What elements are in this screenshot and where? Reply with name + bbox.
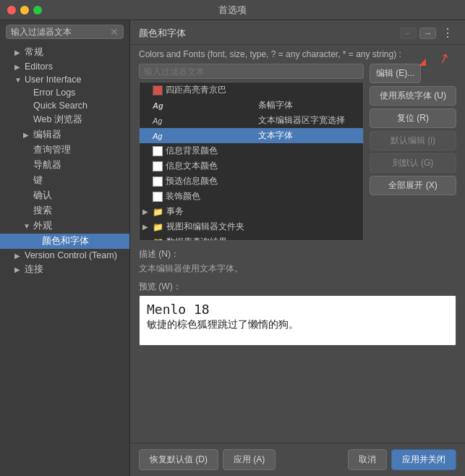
sidebar-item-label: Editors [25, 61, 53, 72]
color-row[interactable]: 预选信息颜色 [140, 174, 363, 189]
color-label: Ag [153, 132, 255, 140]
color-row[interactable]: Ag 文本编辑器区字宽选择 [140, 113, 363, 128]
sidebar-item-label: 外观 [33, 220, 52, 232]
default-edit-button[interactable]: 默认编辑 (i) [370, 131, 456, 150]
folder-icon: 📁 [153, 207, 163, 217]
bottom-right-buttons: 取消 应用并关闭 [348, 449, 456, 470]
sidebar-item-label: Quick Search [33, 101, 88, 111]
color-label: 文本字体 [258, 129, 361, 142]
sidebar-item-editor[interactable]: ▶ 编辑器 [0, 127, 129, 143]
folder-icon: 📁 [153, 222, 163, 232]
sidebar-item-label: 颜色和字体 [42, 235, 89, 247]
edit-button-wrap: 编辑 (E)... ↗ [370, 64, 456, 83]
window-controls[interactable] [7, 6, 42, 14]
colors-filter-input[interactable] [144, 67, 359, 77]
maximize-button[interactable] [33, 6, 42, 14]
expand-all-button[interactable]: 全部展开 (X) [370, 176, 456, 195]
color-label: 文本编辑器区字宽选择 [258, 114, 361, 127]
to-default-button[interactable]: 到默认 (G) [370, 153, 456, 173]
sidebar-item-changui[interactable]: ▶ 常规 [0, 45, 129, 60]
sidebar-item-query-mgmt[interactable]: 查询管理 [0, 143, 129, 158]
chevron-right-icon: ▶ [14, 48, 22, 56]
color-label: 信息背景颜色 [166, 145, 360, 157]
colors-description: Colors and Fonts (font, size, type, ? = … [139, 49, 456, 59]
window-title: 首选项 [218, 4, 247, 17]
sidebar-item-navigator[interactable]: 导航器 [0, 158, 129, 173]
color-label: 四距高亮青京巴 [166, 84, 360, 96]
sidebar-item-label: Version Control (Team) [25, 250, 117, 260]
reset-button[interactable]: 复位 (R) [370, 109, 456, 128]
color-row[interactable]: 装饰颜色 [140, 189, 363, 204]
color-label: 事务 [166, 205, 360, 218]
header-nav: ← → ⋮ [400, 26, 456, 40]
nav-back-button[interactable]: ← [400, 27, 417, 39]
colors-filter-wrap[interactable] [139, 64, 364, 79]
titlebar: 首选项 [0, 0, 465, 20]
color-row[interactable]: ▶ 📁 事务 [140, 204, 363, 219]
content-title: 颜色和字体 [139, 27, 186, 40]
sidebar-item-label: 确认 [33, 190, 52, 202]
color-row-selected[interactable]: Ag 文本字体 [140, 128, 363, 143]
colors-section: Colors and Fonts (font, size, type, ? = … [130, 45, 465, 244]
sidebar: ✕ ▶ 常规 ▶ Editors ▼ User Interface Error … [0, 20, 130, 476]
buttons-panel: 编辑 (E)... ↗ 使用系统字体 (U) 复位 (R) 默认编辑 (i) 到… [370, 64, 456, 241]
sidebar-item-label: Error Logs [33, 88, 75, 98]
sidebar-item-label: 查询管理 [33, 144, 71, 156]
sidebar-item-colors-fonts[interactable]: 颜色和字体 [0, 234, 129, 249]
color-label: Ag [153, 116, 255, 125]
edit-button[interactable]: 编辑 (E)... [370, 64, 421, 83]
preview-section: 预览 (W)： Menlo 18 敏捷的棕色狐狸跳过了懒惰的狗。 [130, 278, 465, 443]
content-header: 颜色和字体 ← → ⋮ [130, 20, 465, 45]
sidebar-item-confirm[interactable]: 确认 [0, 188, 129, 203]
preview-box: Menlo 18 敏捷的棕色狐狸跳过了懒惰的狗。 [139, 295, 456, 346]
apply-button[interactable]: 应用 (A) [223, 449, 276, 470]
color-row[interactable]: 信息文本颜色 [140, 158, 363, 174]
preview-sample-text: 敏捷的棕色狐狸跳过了懒惰的狗。 [147, 318, 448, 331]
color-swatch [153, 177, 163, 187]
color-swatch [153, 85, 163, 95]
nav-forward-button[interactable]: → [419, 27, 436, 39]
sidebar-item-version-control[interactable]: ▶ Version Control (Team) [0, 249, 129, 262]
sidebar-item-appearance[interactable]: ▼ 外观 [0, 218, 129, 234]
color-row[interactable]: 信息背景颜色 [140, 143, 363, 158]
chevron-right-icon: ▶ [142, 208, 150, 216]
color-swatch [153, 161, 163, 171]
sidebar-item-quick-search[interactable]: Quick Search [0, 99, 129, 112]
preview-font-name: Menlo 18 [147, 302, 448, 317]
color-row[interactable]: 四距高亮青京巴 [140, 82, 363, 98]
description-label: 描述 (N)： [139, 248, 456, 260]
color-row[interactable]: ▶ 📁 视图和编辑器文件夹 [140, 219, 363, 234]
use-system-font-button[interactable]: 使用系统字体 (U) [370, 86, 456, 106]
sidebar-item-editors[interactable]: ▶ Editors [0, 60, 129, 73]
sidebar-item-keys[interactable]: 键 [0, 173, 129, 188]
more-options-button[interactable]: ⋮ [439, 26, 456, 40]
description-section: 描述 (N)： 文本编辑器使用文本字体。 [130, 244, 465, 278]
sidebar-item-label: 搜索 [33, 205, 52, 217]
chevron-right-icon: ▶ [14, 252, 22, 260]
close-button[interactable] [7, 6, 16, 14]
sidebar-item-web-browser[interactable]: Web 浏览器 [0, 112, 129, 127]
color-row[interactable]: Ag 条幅字体 [140, 98, 363, 113]
sidebar-filter-clear-icon[interactable]: ✕ [110, 27, 119, 37]
restore-default-button[interactable]: 恢复默认值 (D) [139, 449, 218, 470]
folder-icon: 📁 [153, 237, 163, 242]
color-row[interactable]: ▶ 📁 数据库查询结果 [140, 234, 363, 241]
sidebar-item-error-logs[interactable]: Error Logs [0, 86, 129, 99]
chevron-down-icon: ▼ [23, 222, 30, 230]
color-label: 条幅字体 [258, 99, 361, 111]
sidebar-filter-input[interactable] [11, 27, 110, 37]
sidebar-item-label: 键 [33, 174, 43, 187]
sidebar-item-user-interface[interactable]: ▼ User Interface [0, 73, 129, 86]
sidebar-filter-input-wrap[interactable]: ✕ [6, 25, 124, 39]
cancel-button[interactable]: 取消 [348, 449, 387, 470]
sidebar-item-search[interactable]: 搜索 [0, 203, 129, 218]
color-label: 数据库查询结果 [166, 236, 360, 241]
sidebar-item-connect[interactable]: ▶ 连接 [0, 262, 129, 277]
colors-table[interactable]: 四距高亮青京巴 Ag 条幅字体 Ag 文本编辑器区字宽选择 [139, 82, 364, 241]
color-label: 视图和编辑器文件夹 [166, 221, 360, 233]
minimize-button[interactable] [20, 6, 29, 14]
color-label: Ag [153, 101, 255, 110]
apply-close-button[interactable]: 应用并关闭 [391, 449, 456, 470]
chevron-right-icon: ▶ [142, 238, 150, 241]
color-swatch [153, 146, 163, 156]
